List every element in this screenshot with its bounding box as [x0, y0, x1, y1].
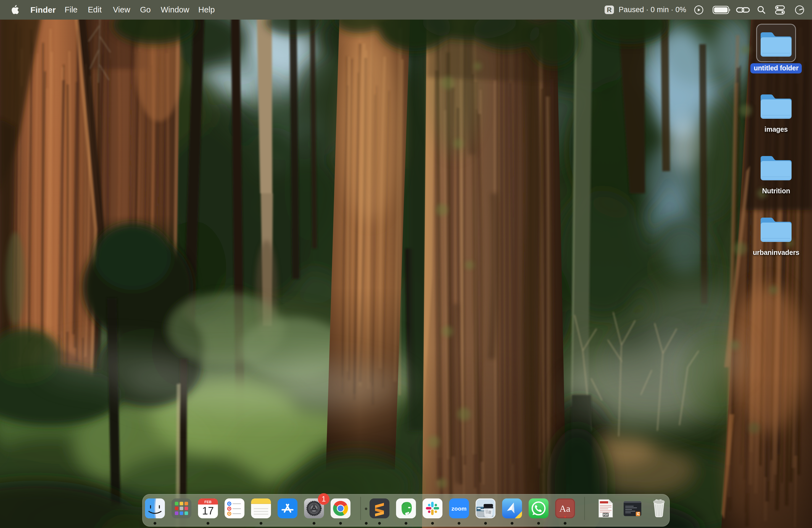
svg-text:Aa: Aa — [559, 503, 570, 514]
svg-text:FEB: FEB — [204, 500, 212, 504]
svg-text:zoom: zoom — [452, 505, 467, 512]
svg-text:17: 17 — [202, 505, 214, 517]
svg-text:PDF: PDF — [603, 513, 608, 516]
